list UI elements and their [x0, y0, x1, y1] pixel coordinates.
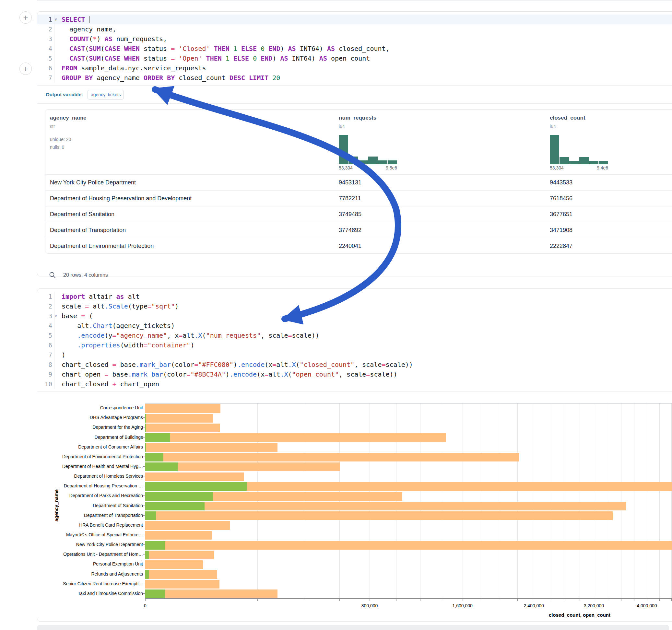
gridline — [647, 404, 647, 599]
histogram-bar — [349, 156, 358, 164]
x-axis-tick — [257, 599, 258, 601]
gridline — [500, 404, 500, 599]
table-row[interactable]: Department of Housing Preservation and D… — [45, 190, 672, 206]
table-cell: 2222847 — [550, 238, 573, 254]
column-name: closed_count — [550, 115, 585, 121]
y-axis-label: Department of Consumer Affairs — [43, 445, 143, 449]
add-cell-button-middle[interactable]: + — [20, 63, 32, 75]
y-axis-label: Correspondence Unit — [43, 406, 143, 410]
code-line[interactable]: 2scale = alt.Scale(type="sqrt") — [37, 301, 672, 311]
x-axis-tick — [420, 599, 421, 601]
table-cell: New York City Police Department — [50, 175, 136, 191]
code-line[interactable]: 1import altair as alt — [37, 292, 672, 301]
column-header-num_requests[interactable]: num_requestsi6453,3049.5e6 — [339, 110, 442, 174]
table-row[interactable]: New York City Police Department945313194… — [45, 174, 672, 190]
y-axis-tick — [143, 584, 145, 584]
code-line[interactable]: 7GROUP BY agency_name ORDER BY closed_co… — [37, 73, 672, 83]
table-cell: 3471908 — [550, 222, 573, 238]
gridline — [369, 404, 370, 599]
x-axis-tick — [647, 599, 647, 601]
fold-chevron-icon[interactable]: ∨ — [55, 311, 57, 321]
open_count-bar — [145, 423, 146, 432]
y-axis-tick — [143, 447, 145, 447]
add-cell-button-top[interactable]: + — [20, 11, 32, 24]
x-axis-tick — [482, 599, 482, 601]
x-axis-tick — [304, 599, 304, 601]
code-line[interactable]: 4 CAST(SUM(CASE WHEN status = 'Closed' T… — [37, 44, 672, 53]
x-axis-tick — [594, 599, 594, 601]
output-variable-label: Output variable: — [46, 92, 83, 97]
column-type: i64 — [550, 124, 556, 129]
closed_count-bar — [145, 433, 446, 442]
code-line[interactable]: 9chart_open = base.mark_bar(color="#8BC3… — [37, 369, 672, 379]
fold-chevron-icon[interactable]: ∨ — [55, 15, 57, 24]
column-header-closed_count[interactable]: closed_counti6453,3049.4e6 — [550, 110, 653, 174]
code-line[interactable]: 4 alt.Chart(agency_tickets) — [37, 321, 672, 331]
next-cell-collapsed-bar[interactable] — [37, 625, 669, 630]
column-type: str — [50, 124, 55, 129]
code-line[interactable]: 7) — [37, 350, 672, 360]
gridline — [550, 404, 550, 599]
line-number: 7 — [37, 73, 54, 83]
python-code-editor[interactable]: 1import altair as alt2scale = alt.Scale(… — [37, 289, 672, 391]
line-number: 5 — [37, 331, 54, 340]
open_count-bar — [145, 570, 149, 579]
open_count-bar — [145, 589, 165, 598]
gridline — [518, 404, 518, 599]
closed_count-bar — [145, 443, 278, 452]
table-cell: Department of Transportation — [50, 222, 126, 238]
code-line[interactable]: 1∨SELECT — [37, 15, 672, 24]
table-row[interactable]: Department of Transportation377489234719… — [45, 222, 672, 238]
column-name: agency_name — [50, 115, 86, 121]
table-cell: Department of Environmental Protection — [50, 238, 154, 254]
code-line[interactable]: 6 .properties(width="container") — [37, 340, 672, 350]
y-axis-tick — [143, 437, 145, 437]
line-number: 1 — [37, 292, 54, 301]
code-line[interactable]: 6FROM sample_data.nyc.service_requests — [37, 63, 672, 73]
x-axis-tick-label: 2,400,000 — [514, 603, 553, 608]
x-axis-tick — [396, 599, 397, 601]
line-number: 2 — [37, 301, 54, 311]
histogram-bar — [579, 157, 589, 164]
gridline — [621, 404, 621, 599]
gridline — [339, 404, 340, 599]
code-line[interactable]: 5 CAST(SUM(CASE WHEN status = 'Open' THE… — [37, 53, 672, 63]
x-axis-tick — [659, 599, 660, 601]
x-axis-tick — [145, 599, 146, 601]
closed_count-bar — [145, 511, 613, 520]
y-axis-tick — [143, 515, 145, 516]
open_count-bar — [145, 492, 213, 501]
open_count-bar — [145, 433, 170, 442]
gridline — [482, 404, 482, 599]
code-line[interactable]: 5 .encode(y="agency_name", x=alt.X("num_… — [37, 331, 672, 340]
y-axis-label: Mayorâ€ s Office of Special Enforce… — [43, 532, 143, 537]
gridline — [534, 404, 534, 599]
table-row[interactable]: Department of Sanitation37494853677651 — [45, 206, 672, 222]
closed_count-bar — [145, 551, 214, 559]
code-line[interactable]: 3∨base = ( — [37, 311, 672, 321]
code-line[interactable]: 3 COUNT(*) AS num_requests, — [37, 34, 672, 44]
gridline — [442, 404, 442, 599]
x-axis-tick — [621, 599, 621, 601]
search-icon[interactable] — [49, 272, 56, 279]
x-axis-tick — [580, 599, 580, 601]
open_count-bar — [145, 502, 205, 510]
x-axis-tick — [442, 599, 442, 601]
sql-code-editor[interactable]: 1∨SELECT 2 agency_name,3 COUNT(*) AS num… — [37, 12, 672, 85]
y-axis-tick — [143, 535, 145, 535]
line-number: 4 — [37, 44, 54, 53]
gridline — [396, 404, 397, 599]
divider — [37, 391, 672, 392]
line-number: 9 — [37, 369, 54, 379]
histogram-bar — [569, 161, 579, 164]
output-variable-pill[interactable]: agency_tickets — [88, 90, 124, 99]
open_count-bar — [145, 453, 163, 461]
table-row[interactable]: Department of Environmental Protection22… — [45, 238, 672, 254]
y-axis-label: Department of Sanitation — [43, 503, 143, 508]
code-line[interactable]: 10chart_closed + chart_open — [37, 379, 672, 389]
line-number: 4 — [37, 321, 54, 331]
code-line[interactable]: 8chart_closed = base.mark_bar(color="#FF… — [37, 360, 672, 369]
column-header-agency_name[interactable]: agency_namestrunique: 20nulls: 0 — [50, 110, 154, 174]
code-line[interactable]: 2 agency_name, — [37, 24, 672, 34]
column-meta: nulls: 0 — [50, 145, 64, 150]
